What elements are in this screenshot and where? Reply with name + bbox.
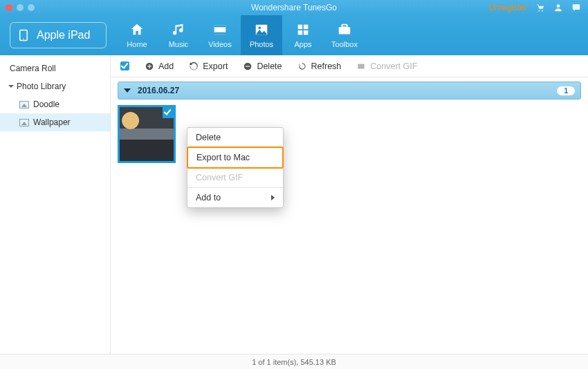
- unregister-link[interactable]: Unregister: [489, 3, 527, 12]
- videos-icon: [212, 22, 228, 37]
- tab-label: Photos: [250, 40, 273, 48]
- photos-icon: [254, 22, 269, 37]
- select-all-checkbox[interactable]: [120, 62, 129, 70]
- device-selector[interactable]: Apple iPad: [10, 22, 107, 48]
- menu-add-to[interactable]: Add to: [187, 188, 283, 207]
- svg-rect-7: [214, 26, 226, 28]
- svg-rect-16: [342, 25, 347, 28]
- group-date: 2016.06.27: [138, 86, 179, 95]
- convert-gif-button: Convert GIF: [356, 62, 417, 71]
- export-button[interactable]: Export: [189, 62, 228, 71]
- menu-export-to-mac[interactable]: Export to Mac: [187, 146, 284, 169]
- sidebar-item-label: Doodle: [33, 100, 59, 109]
- status-bar: 1 of 1 item(s), 545.13 KB: [0, 354, 588, 369]
- tab-label: Apps: [294, 40, 311, 48]
- main-tabs: Home Music Videos Photos Apps Toolbox: [116, 15, 365, 55]
- user-icon[interactable]: [553, 3, 563, 12]
- minus-icon: [243, 62, 252, 71]
- menu-delete[interactable]: Delete: [187, 128, 283, 147]
- add-button[interactable]: Add: [145, 62, 174, 71]
- tab-photos[interactable]: Photos: [241, 15, 282, 55]
- tab-toolbox[interactable]: Toolbox: [324, 15, 365, 55]
- svg-rect-21: [246, 66, 250, 66]
- button-label: Convert GIF: [370, 62, 417, 71]
- svg-rect-12: [304, 25, 308, 29]
- context-menu: Delete Export to Mac Convert GIF Add to: [187, 127, 284, 208]
- svg-point-1: [542, 10, 543, 12]
- group-count-badge: 1: [557, 86, 575, 95]
- main-panel: Add Export Delete Refresh Convert GIF 20…: [111, 55, 588, 354]
- button-label: Refresh: [311, 62, 342, 71]
- tab-videos[interactable]: Videos: [199, 15, 241, 55]
- tab-label: Toolbox: [331, 40, 358, 48]
- album-icon: [19, 101, 29, 108]
- menu-label: Export to Mac: [196, 153, 250, 162]
- sidebar-item-label: Camera Roll: [10, 64, 56, 73]
- svg-rect-13: [298, 30, 302, 35]
- svg-point-5: [23, 39, 24, 40]
- plus-icon: [145, 62, 154, 71]
- selected-check-icon[interactable]: [163, 107, 174, 118]
- chevron-right-icon: [271, 195, 275, 200]
- button-label: Delete: [257, 62, 282, 71]
- svg-point-10: [258, 26, 261, 29]
- home-icon: [129, 22, 145, 37]
- svg-point-0: [538, 10, 540, 12]
- tab-label: Videos: [208, 40, 231, 48]
- svg-point-2: [557, 4, 560, 8]
- svg-rect-11: [298, 25, 302, 29]
- tab-label: Home: [127, 40, 147, 48]
- date-group-header[interactable]: 2016.06.27 1: [118, 82, 581, 100]
- chevron-down-icon: [8, 85, 14, 88]
- button-label: Add: [158, 62, 174, 71]
- sidebar: Camera Roll Photo Library Doodle Wallpap…: [0, 55, 111, 354]
- svg-rect-8: [214, 32, 226, 35]
- sidebar-item-label: Photo Library: [17, 82, 66, 91]
- refresh-button[interactable]: Refresh: [297, 62, 342, 71]
- svg-rect-14: [304, 30, 308, 35]
- tab-apps[interactable]: Apps: [282, 15, 324, 55]
- maximize-icon[interactable]: [28, 4, 35, 11]
- feedback-icon[interactable]: [571, 3, 581, 12]
- sidebar-item-camera-roll[interactable]: Camera Roll: [0, 59, 110, 77]
- chevron-down-icon: [124, 88, 131, 93]
- svg-rect-15: [339, 27, 351, 34]
- delete-button[interactable]: Delete: [243, 62, 282, 71]
- device-name: Apple iPad: [37, 29, 90, 41]
- gif-icon: [356, 62, 366, 71]
- refresh-icon: [297, 62, 307, 71]
- titlebar: Wondershare TunesGo Unregister: [0, 0, 588, 15]
- button-label: Export: [203, 62, 228, 71]
- export-icon: [189, 62, 199, 71]
- svg-rect-19: [147, 66, 151, 66]
- menu-label: Delete: [196, 133, 221, 142]
- sidebar-item-label: Wallpaper: [33, 117, 71, 127]
- sidebar-item-wallpaper[interactable]: Wallpaper: [0, 113, 110, 131]
- ipad-icon: [17, 28, 30, 43]
- menu-label: Add to: [196, 193, 221, 202]
- header: Apple iPad Home Music Videos Photos Apps…: [0, 15, 588, 55]
- photo-grid: Delete Export to Mac Convert GIF Add to: [111, 105, 588, 354]
- status-text: 1 of 1 item(s), 545.13 KB: [252, 358, 336, 366]
- music-icon: [171, 22, 186, 37]
- toolbar: Add Export Delete Refresh Convert GIF: [111, 55, 588, 77]
- svg-rect-22: [358, 64, 365, 68]
- cart-icon[interactable]: [535, 3, 545, 12]
- menu-convert-gif: Convert GIF: [187, 168, 283, 187]
- tab-music[interactable]: Music: [158, 15, 199, 55]
- toolbox-icon: [337, 22, 352, 37]
- photo-thumbnail[interactable]: [118, 105, 176, 163]
- album-icon: [19, 119, 29, 126]
- minimize-icon[interactable]: [17, 4, 24, 11]
- menu-label: Convert GIF: [196, 173, 243, 182]
- sidebar-item-photo-library[interactable]: Photo Library: [0, 77, 110, 95]
- sidebar-item-doodle[interactable]: Doodle: [0, 95, 110, 113]
- app-title: Wondershare TunesGo: [251, 3, 337, 12]
- svg-rect-3: [573, 4, 580, 10]
- window-controls: [6, 4, 35, 11]
- close-icon[interactable]: [6, 4, 12, 11]
- tab-home[interactable]: Home: [116, 15, 158, 55]
- tab-label: Music: [169, 40, 189, 48]
- apps-icon: [295, 22, 311, 37]
